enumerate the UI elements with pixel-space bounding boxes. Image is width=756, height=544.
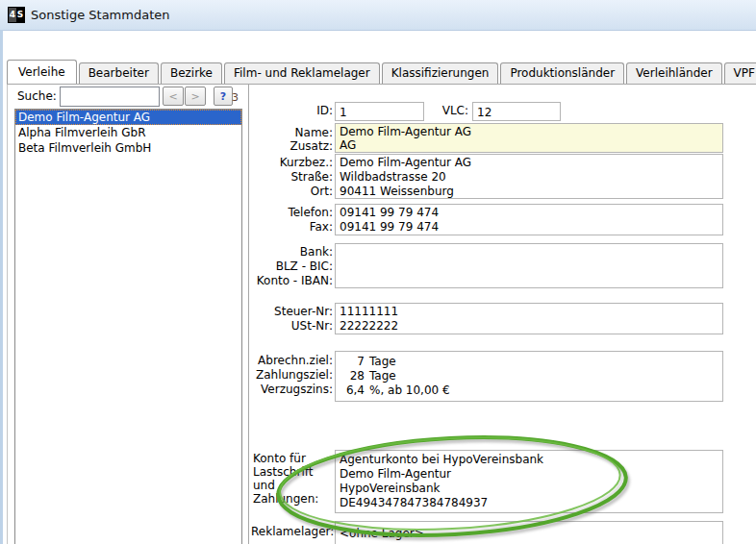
- phone-field-group: 09141 99 79 474 09141 99 79 474: [335, 204, 723, 235]
- konto-iban-label: Konto - IBAN:: [251, 274, 333, 287]
- zahlungsziel-unit: Tage: [369, 369, 396, 383]
- titlebar[interactable]: 4 S Sonstige Stammdaten: [0, 0, 756, 31]
- blz-bic-label: BLZ - BIC:: [251, 260, 333, 273]
- abrechnungsziel-label: Abrechn.ziel:: [251, 354, 333, 367]
- lastschrift-line-1: Agenturkonto bei HypoVereinsbank: [340, 453, 722, 467]
- telefon-label: Telefon:: [251, 206, 333, 219]
- tab-film-und-reklamelager[interactable]: Film- und Reklamelager: [224, 62, 380, 84]
- distributor-list[interactable]: Demo Film-Agentur AG Alpha Filmverleih G…: [14, 109, 242, 544]
- steuer-nr-label: Steuer-Nr:: [251, 305, 333, 318]
- tab-page-border: [7, 84, 756, 85]
- lastschrift-label: Konto für Lastschrift und Zahlungen:: [253, 452, 335, 506]
- steuer-nr-field[interactable]: 11111111: [340, 305, 722, 319]
- detail-panel: ID: 1 VLC: 12 Name: Zusatz: Demo Film-Ag…: [248, 84, 756, 544]
- tab-verleihe[interactable]: Verleihe: [7, 60, 77, 84]
- list-item[interactable]: Demo Film-Agentur AG: [15, 110, 241, 125]
- name-field[interactable]: Demo Film-Agentur AG: [340, 125, 722, 138]
- app-icon[interactable]: 4 S: [8, 7, 25, 23]
- kurzbez-field[interactable]: Demo Film-Agentur AG: [340, 156, 722, 170]
- ort-field[interactable]: 90411 Weissenburg: [340, 185, 722, 199]
- tab-page-left-border: [7, 85, 8, 544]
- next-record-button[interactable]: >: [185, 87, 206, 106]
- tab-verleihlaender[interactable]: Verleihländer: [626, 62, 721, 84]
- zahlungsziel-label: Zahlungsziel:: [251, 368, 333, 382]
- app-icon-right-glyph: S: [16, 8, 24, 22]
- ust-nr-field[interactable]: 22222222: [340, 319, 722, 334]
- strasse-field[interactable]: Wildbadstrasse 20: [340, 170, 722, 185]
- bank-field-group[interactable]: [335, 243, 723, 288]
- abrechnungsziel-value: 7: [340, 355, 365, 369]
- verzugszins-label: Verzugszins:: [251, 383, 333, 396]
- strasse-label: Straße:: [251, 170, 333, 184]
- tab-bar: Verleihe Bearbeiter Bezirke Film- und Re…: [7, 54, 756, 84]
- zahlungsziel-field[interactable]: 28Tage: [340, 369, 722, 383]
- fax-field[interactable]: 09141 99 79 474: [340, 220, 722, 235]
- record-count: 3: [232, 91, 239, 104]
- window-title: Sonstige Stammdaten: [31, 8, 170, 22]
- tab-klassifizierungen[interactable]: Klassifizierungen: [382, 62, 499, 84]
- help-button[interactable]: ?: [214, 87, 233, 106]
- payment-terms-field-group: 7Tage 28Tage 6,4%, ab 10,00 €: [335, 351, 723, 402]
- blz-bic-field[interactable]: [340, 260, 722, 274]
- verzugszins-field[interactable]: 6,4%, ab 10,00 €: [340, 383, 722, 398]
- id-label: ID:: [251, 104, 333, 117]
- bank-field[interactable]: [340, 245, 722, 260]
- lastschrift-line-2: Demo Film-Agentur: [340, 467, 722, 482]
- tab-bezirke[interactable]: Bezirke: [161, 62, 222, 84]
- vlc-field[interactable]: 12: [472, 102, 561, 121]
- app-icon-left-glyph: 4: [9, 8, 16, 22]
- tab-produktionslaender[interactable]: Produktionsländer: [500, 62, 624, 84]
- ust-nr-label: USt-Nr:: [251, 319, 333, 333]
- abrechnungsziel-unit: Tage: [369, 355, 396, 368]
- prev-record-button[interactable]: <: [163, 87, 184, 106]
- zusatz-label: Zusatz:: [251, 139, 333, 153]
- tab-vpf-firmen[interactable]: VPF Firmen: [724, 62, 756, 84]
- search-input[interactable]: [60, 87, 160, 107]
- name-zusatz-field: Demo Film-Agentur AG AG: [335, 123, 723, 153]
- reklamelager-field[interactable]: <ohne Lager>: [335, 521, 723, 544]
- id-field[interactable]: 1: [335, 102, 424, 121]
- telefon-field[interactable]: 09141 99 79 474: [340, 206, 722, 220]
- bank-label: Bank:: [251, 245, 333, 259]
- address-field-group: Demo Film-Agentur AG Wildbadstrasse 20 9…: [335, 154, 723, 199]
- lastschrift-konto-field[interactable]: Agenturkonto bei HypoVereinsbank Demo Fi…: [335, 450, 723, 513]
- kurzbez-label: Kurzbez.:: [251, 156, 333, 169]
- verzugszins-value: 6,4: [340, 383, 365, 398]
- reklamelager-label: Reklamelager:: [251, 525, 333, 538]
- zusatz-field[interactable]: AG: [340, 138, 722, 152]
- zahlungsziel-value: 28: [340, 369, 365, 383]
- tab-bearbeiter[interactable]: Bearbeiter: [79, 62, 159, 84]
- lastschrift-line-4: DE494347847384784937: [340, 496, 722, 510]
- search-label: Suche:: [17, 89, 57, 103]
- list-item[interactable]: Beta Filmverleih GmbH: [15, 140, 241, 156]
- window-left-border: [0, 30, 3, 544]
- tax-field-group: 11111111 22222222: [335, 303, 723, 334]
- fax-label: Fax:: [251, 220, 333, 234]
- vlc-label: VLC:: [422, 104, 468, 117]
- abrechnungsziel-field[interactable]: 7Tage: [340, 355, 722, 369]
- lastschrift-line-3: HypoVereinsbank: [340, 482, 722, 496]
- name-label: Name:: [251, 126, 333, 139]
- ort-label: Ort:: [251, 185, 333, 198]
- list-item[interactable]: Alpha Filmverleih GbR: [15, 125, 241, 140]
- konto-iban-field[interactable]: [340, 274, 722, 288]
- verzugszins-unit: %, ab 10,00 €: [369, 383, 450, 397]
